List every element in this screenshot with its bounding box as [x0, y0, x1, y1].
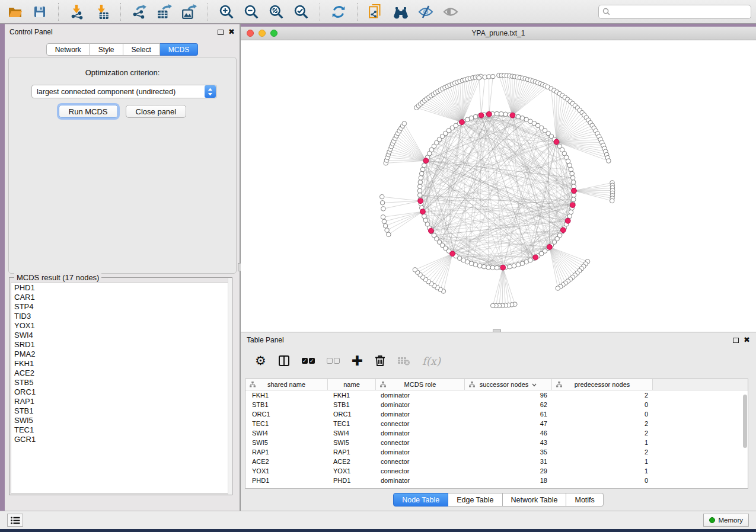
cell-name: ORC1 — [328, 409, 376, 419]
desktop-wallpaper — [0, 529, 756, 532]
result-node-item[interactable]: STP4 — [11, 302, 230, 312]
zoom-in-icon[interactable] — [216, 2, 237, 21]
mcds-panel: Optimization criterion: largest connecte… — [8, 57, 237, 274]
cell-predecessor-nodes: 2 — [552, 428, 653, 438]
search-input[interactable] — [613, 8, 747, 16]
table-scrollbar-thumb[interactable] — [743, 395, 747, 448]
table-row[interactable]: ACE2ACE2connector311 — [245, 457, 748, 466]
tab-style[interactable]: Style — [90, 43, 123, 56]
table-row[interactable]: RAP1RAP1dominator352 — [245, 447, 748, 457]
cell-name: SWI4 — [328, 428, 376, 438]
toolbar-separator — [357, 3, 358, 21]
result-node-item[interactable]: TEC1 — [11, 425, 230, 435]
result-node-item[interactable]: ACE2 — [11, 368, 230, 378]
zoom-selected-icon[interactable] — [291, 2, 311, 21]
column-header-shared-name[interactable]: shared name — [245, 379, 328, 390]
toolbar-search[interactable] — [598, 5, 751, 19]
network-canvas[interactable] — [241, 40, 756, 331]
result-node-item[interactable]: STB5 — [11, 378, 230, 387]
memory-button[interactable]: Memory — [703, 514, 749, 527]
columns-icon[interactable] — [278, 355, 290, 367]
export-image-icon[interactable] — [179, 2, 199, 21]
save-session-icon[interactable] — [30, 2, 50, 21]
hide-selected-icon[interactable] — [416, 2, 436, 21]
tab-mcds[interactable]: MCDS — [160, 43, 198, 56]
result-node-item[interactable]: PHD1 — [11, 283, 230, 293]
cell-predecessor-nodes: 1 — [552, 438, 653, 447]
tab-edge-table[interactable]: Edge Table — [448, 493, 502, 507]
result-node-item[interactable]: YOX1 — [11, 321, 230, 331]
close-table-panel-icon[interactable]: ✖ — [744, 337, 750, 343]
task-list-icon[interactable] — [7, 514, 23, 527]
select-all-icon[interactable]: ✓✓ — [302, 358, 315, 364]
table-row[interactable]: YOX1YOX1connector291 — [245, 466, 748, 476]
float-table-panel-icon[interactable] — [733, 338, 739, 343]
delete-icon[interactable] — [375, 355, 385, 367]
table-row[interactable]: SWI5SWI5connector431 — [245, 438, 748, 447]
refresh-icon[interactable] — [328, 2, 349, 21]
result-node-item[interactable]: ORC1 — [11, 387, 230, 397]
node-table[interactable]: shared namenameMCDS rolesuccessor nodesp… — [245, 379, 748, 489]
close-panel-icon[interactable]: ✖ — [228, 29, 235, 35]
column-header-successor-nodes[interactable]: successor nodes — [465, 379, 552, 390]
table-row[interactable]: TEC1TEC1connector472 — [245, 419, 748, 428]
tab-network-table[interactable]: Network Table — [503, 493, 567, 507]
cell-mcds-role: dominator — [376, 476, 465, 485]
result-node-item[interactable]: PMA2 — [11, 350, 230, 359]
table-row[interactable]: PHD1PHD1dominator180 — [245, 476, 748, 485]
import-table-icon[interactable] — [92, 2, 112, 21]
run-mcds-button[interactable]: Run MCDS — [59, 105, 118, 118]
zoom-fit-icon[interactable] — [266, 2, 286, 21]
result-node-item[interactable]: FKH1 — [11, 359, 230, 368]
cell-successor-nodes: 61 — [465, 409, 552, 419]
column-header-name[interactable]: name — [328, 379, 376, 390]
tree-icon — [556, 382, 562, 387]
close-panel-button[interactable]: Close panel — [126, 105, 187, 118]
cell-filler — [653, 400, 748, 409]
open-session-icon[interactable] — [5, 2, 25, 21]
binoculars-icon[interactable] — [391, 2, 411, 21]
result-node-item[interactable]: SWI4 — [11, 331, 230, 340]
table-row[interactable]: FKH1FKH1dominator962 — [245, 390, 748, 400]
table-panel-title: Table Panel — [247, 336, 284, 344]
mcds-result-list[interactable]: PHD1CAR1STP4TID3YOX1SWI4SRD1PMA2FKH1ACE2… — [11, 283, 231, 493]
zoom-out-icon[interactable] — [241, 2, 261, 21]
optimization-criterion-value: largest connected component (undirected) — [32, 88, 205, 96]
result-node-item[interactable]: SWI5 — [11, 416, 230, 425]
result-node-item[interactable]: RAP1 — [11, 397, 230, 406]
add-icon[interactable]: ✚ — [352, 355, 363, 367]
cell-name: FKH1 — [328, 390, 376, 400]
table-row[interactable]: SWI4SWI4dominator462 — [245, 428, 748, 438]
result-scrollbar[interactable] — [228, 278, 232, 495]
float-panel-icon[interactable] — [218, 30, 224, 35]
result-node-item[interactable]: CAR1 — [11, 293, 230, 302]
table-row[interactable]: STB1STB1dominator620 — [245, 400, 748, 409]
settings-icon[interactable]: ⚙ — [255, 355, 266, 367]
export-table-icon[interactable] — [154, 2, 174, 21]
tab-motifs[interactable]: Motifs — [566, 493, 603, 507]
optimization-criterion-select[interactable]: largest connected component (undirected) — [31, 85, 217, 98]
tab-node-table[interactable]: Node Table — [393, 493, 448, 507]
import-network-icon[interactable] — [67, 2, 87, 21]
table-header-row: shared namenameMCDS rolesuccessor nodesp… — [245, 379, 748, 390]
result-node-item[interactable]: GCR1 — [11, 435, 230, 444]
cell-filler — [653, 438, 748, 447]
sort-descending-icon — [528, 381, 537, 388]
result-node-item[interactable]: TID3 — [11, 312, 230, 321]
export-network-icon[interactable] — [129, 2, 149, 21]
deselect-all-icon[interactable] — [327, 358, 340, 364]
tab-network[interactable]: Network — [46, 43, 90, 56]
cell-predecessor-nodes: 0 — [552, 409, 653, 419]
column-header-MCDS-role[interactable]: MCDS role — [376, 379, 465, 390]
network-window-titlebar[interactable]: YPA_prune.txt_1 — [241, 27, 756, 40]
result-node-item[interactable]: SRD1 — [11, 340, 230, 350]
tree-icon — [380, 382, 386, 387]
tab-select[interactable]: Select — [123, 43, 160, 56]
cell-name: SWI5 — [328, 438, 376, 447]
show-all-icon[interactable] — [441, 2, 461, 21]
table-row[interactable]: ORC1ORC1dominator610 — [245, 409, 748, 419]
result-node-item[interactable]: STB1 — [11, 406, 230, 416]
clone-network-icon[interactable] — [366, 2, 386, 21]
column-header-predecessor-nodes[interactable]: predecessor nodes — [552, 379, 653, 390]
cell-mcds-role: connector — [376, 419, 465, 428]
